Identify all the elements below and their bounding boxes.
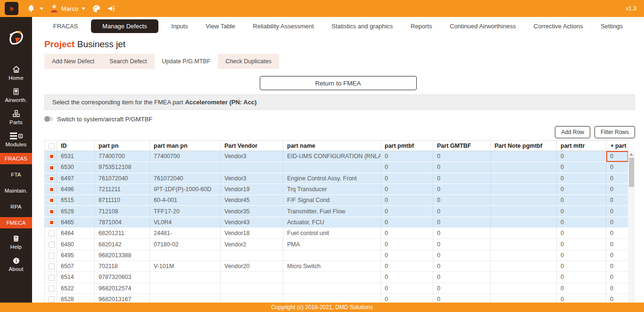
cell-mttr[interactable]: 0 <box>557 228 606 239</box>
cell-part_pn[interactable]: 761072040 <box>95 173 150 184</box>
cell-id[interactable]: 6495 <box>57 250 95 261</box>
row-checkbox[interactable] <box>49 153 55 160</box>
cell-part_name[interactable]: Actuator, FCU <box>283 217 381 228</box>
row-checkbox[interactable] <box>49 176 55 182</box>
subtab-check-duplicates[interactable]: Check Duplicates <box>218 54 279 69</box>
cell-mttr[interactable]: 0 <box>557 206 606 217</box>
table-row[interactable]: 6529712108TFF17-20Vendor35Transmitter, F… <box>45 206 628 217</box>
cell-vendor[interactable]: Vendor3 <box>221 173 283 184</box>
column-header-id[interactable]: ID <box>57 141 95 151</box>
cell-gmtbf[interactable]: 0 <box>433 272 491 283</box>
cell-vendor[interactable]: Vendor35 <box>221 206 283 217</box>
sidebar-item-maintain[interactable]: Maintain. <box>0 185 32 196</box>
cell-part_man_pn[interactable]: VL0R4 <box>150 217 221 228</box>
table-row[interactable]: 6497761072040761072040Vendor3Engine Cont… <box>45 173 628 184</box>
cell-note[interactable] <box>491 217 557 228</box>
table-row[interactable]: 65317740070077400700Vendor3EID-UMS CONFI… <box>45 151 628 162</box>
cell-id[interactable]: 6464 <box>57 228 95 239</box>
row-checkbox[interactable] <box>49 286 55 292</box>
cell-note[interactable] <box>491 173 557 184</box>
cell-id[interactable]: 6497 <box>57 173 95 184</box>
cell-vendor[interactable] <box>221 283 283 294</box>
cell-part_pn[interactable]: 712108 <box>95 206 150 217</box>
cell-id[interactable]: 6465 <box>57 217 95 228</box>
cell-gmtbf[interactable]: 0 <box>433 261 491 271</box>
table-row[interactable]: 653097535121080000 <box>45 162 628 173</box>
cell-mttr[interactable]: 0 <box>557 173 606 184</box>
sidebar-collapse-button[interactable]: » <box>5 2 18 15</box>
nav-tab-settings[interactable]: Settings <box>596 19 627 33</box>
cell-cost[interactable]: 0 <box>606 195 628 206</box>
cell-gmtbf[interactable]: 0 <box>433 195 491 206</box>
column-header-part-gmtbf[interactable]: Part GMTBF <box>433 141 491 151</box>
notifications-bell-icon[interactable] <box>27 4 35 13</box>
cell-part_name[interactable]: PMA <box>283 239 381 250</box>
cell-gmtbf[interactable]: 0 <box>433 206 491 217</box>
cell-cost[interactable]: 0 <box>606 283 628 294</box>
cell-cost[interactable]: 0 <box>606 184 628 194</box>
sidebar-item-about[interactable]: About <box>0 255 32 273</box>
cell-part_name[interactable]: F/F Signal Cond <box>283 195 381 206</box>
nav-tab-continued-airworthiness[interactable]: Continued Airworthiness <box>445 19 520 33</box>
row-checkbox[interactable] <box>49 165 55 171</box>
cell-pmtbf[interactable]: 0 <box>381 206 433 217</box>
table-row[interactable]: 64646820121124481-Vendor18Fuel control u… <box>45 228 628 239</box>
cell-part_pn[interactable]: 7211211 <box>95 184 150 194</box>
cell-vendor[interactable]: Vendor2 <box>221 239 283 250</box>
cell-part_man_pn[interactable] <box>150 162 221 173</box>
cell-pmtbf[interactable]: 0 <box>381 162 433 173</box>
cell-note[interactable] <box>491 283 557 294</box>
table-row[interactable]: 6480682014207180-02Vendor2PMA0000 <box>45 239 628 250</box>
cell-part_man_pn[interactable]: 24481- <box>150 228 221 239</box>
nav-tab-inputs[interactable]: Inputs <box>166 19 192 33</box>
cell-part_man_pn[interactable]: 761072040 <box>150 173 221 184</box>
cell-part_pn[interactable]: 77400700 <box>95 151 150 162</box>
sidebar-item-fmeca[interactable]: FMECA <box>0 217 32 228</box>
cell-cost[interactable]: 0 <box>606 228 628 239</box>
cell-part_name[interactable] <box>283 250 381 261</box>
cell-mttr[interactable]: 0 <box>557 151 606 162</box>
table-row[interactable]: 64967211211IPT-1DF(P)-1000-60DVendor19Tr… <box>45 184 628 194</box>
cell-id[interactable]: 6515 <box>57 195 95 206</box>
table-row[interactable]: 652896820131670000 <box>45 294 628 303</box>
cell-note[interactable] <box>491 239 557 250</box>
cell-part_man_pn[interactable]: TFF17-20 <box>150 206 221 217</box>
sidebar-item-modules[interactable]: Modules <box>0 131 32 148</box>
cell-id[interactable]: 6522 <box>57 283 95 294</box>
column-header-part-co[interactable]: ▼part co <box>606 141 628 151</box>
cell-part_man_pn[interactable]: 77400700 <box>150 151 221 162</box>
cell-note[interactable] <box>491 162 557 173</box>
filter-rows-button[interactable]: Filter Rows <box>594 126 635 138</box>
vertical-scrollbar[interactable] <box>628 151 635 303</box>
cell-mttr[interactable]: 0 <box>557 217 606 228</box>
row-checkbox[interactable] <box>49 230 55 236</box>
sidebar-item-home[interactable]: Home <box>0 64 32 82</box>
cell-part_man_pn[interactable] <box>150 272 221 283</box>
nav-tab-manage-defects[interactable]: Manage Defects <box>91 19 158 33</box>
nav-tab-corrective-actions[interactable]: Corrective Actions <box>529 19 588 33</box>
cell-cost[interactable]: 0 <box>606 261 628 271</box>
table-row[interactable]: 6507702118V-101MVendor20Micro Switch0000 <box>45 261 628 271</box>
cell-mttr[interactable]: 0 <box>557 283 606 294</box>
header-checkbox[interactable] <box>49 143 55 149</box>
cell-gmtbf[interactable]: 0 <box>433 239 491 250</box>
cell-gmtbf[interactable]: 0 <box>433 217 491 228</box>
cell-cost[interactable]: 0 <box>606 217 628 228</box>
cell-note[interactable] <box>491 195 557 206</box>
column-header-part-name[interactable]: part name <box>283 141 381 151</box>
cell-cost[interactable]: 0 <box>606 151 628 162</box>
cell-vendor[interactable] <box>221 162 283 173</box>
cell-cost[interactable]: 0 <box>606 272 628 283</box>
cell-pmtbf[interactable]: 0 <box>381 195 433 206</box>
table-row[interactable]: 64657871004VL0R4Vendor43Actuator, FCU000… <box>45 217 628 228</box>
sidebar-item-fracas[interactable]: FRACAS <box>0 153 32 164</box>
cell-part_man_pn[interactable]: IPT-1DF(P)-1000-60D <box>150 184 221 194</box>
cell-mttr[interactable]: 0 <box>557 184 606 194</box>
cell-cost[interactable]: 0 <box>606 173 628 184</box>
cell-part_name[interactable]: Transmitter, Fuel Flow <box>283 206 381 217</box>
table-row[interactable]: 6515871111060-4-001Vendor45F/F Signal Co… <box>45 195 628 206</box>
sidebar-item-airworth[interactable]: Airworth. <box>0 86 32 104</box>
column-header-part-note-pgmtbf[interactable]: Part Note pgmtbf <box>491 141 557 151</box>
return-to-fmea-button[interactable]: Return to FMEA <box>260 76 417 90</box>
cell-pmtbf[interactable]: 0 <box>381 228 433 239</box>
